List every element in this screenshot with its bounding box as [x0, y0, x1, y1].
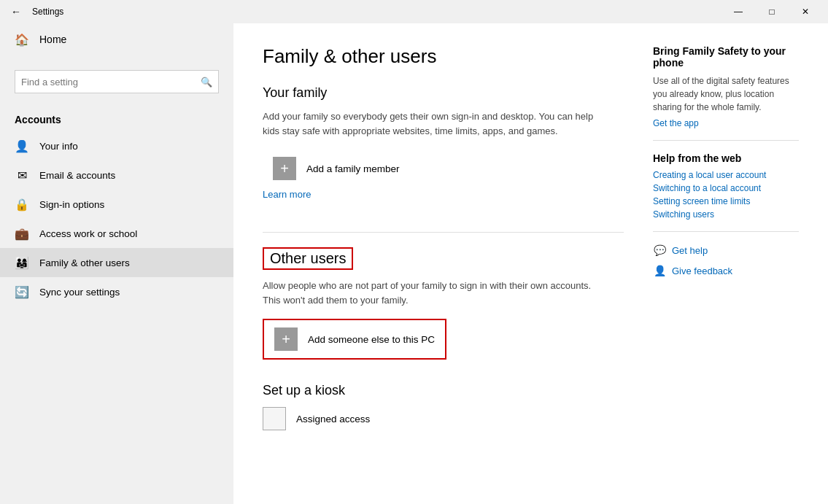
assigned-access-label: Assigned access — [296, 414, 370, 424]
sidebar-item-sync[interactable]: 🔄 Sync your settings — [0, 277, 233, 306]
title-bar: ← Settings — □ ✕ — [0, 0, 828, 23]
add-someone-label: Add someone else to this PC — [308, 334, 435, 345]
assigned-access-toggle[interactable] — [263, 407, 286, 430]
search-icon: 🔍 — [201, 77, 212, 88]
sidebar: 🏠 Home 🔍 Accounts 👤 Your info ✉ Email & … — [0, 23, 233, 504]
sidebar-label-sign-in: Sign-in options — [39, 199, 104, 210]
sidebar-label-your-info: Your info — [39, 141, 78, 152]
your-family-section: Your family Add your family so everybody… — [263, 85, 624, 217]
kiosk-heading: Set up a kiosk — [263, 383, 624, 398]
lock-icon: 🔒 — [15, 197, 29, 212]
section-divider — [263, 232, 624, 233]
sidebar-home-label: Home — [39, 34, 66, 45]
home-icon: 🏠 — [15, 32, 29, 47]
link-screen-time[interactable]: Setting screen time limits — [653, 196, 799, 206]
add-family-label: Add a family member — [306, 163, 400, 174]
app-body: 🏠 Home 🔍 Accounts 👤 Your info ✉ Email & … — [0, 23, 828, 504]
search-input[interactable] — [21, 77, 201, 88]
your-info-icon: 👤 — [15, 139, 29, 153]
content-main: Family & other users Your family Add you… — [263, 45, 624, 482]
learn-more-link[interactable]: Learn more — [263, 189, 311, 200]
get-help-icon: 💬 — [653, 244, 666, 257]
other-users-section: Other users Allow people who are not par… — [263, 247, 624, 360]
sync-icon: 🔄 — [15, 284, 29, 299]
link-switching-users[interactable]: Switching users — [653, 209, 799, 220]
page-title: Family & other users — [263, 45, 624, 68]
sidebar-section-label: Accounts — [0, 111, 233, 131]
sidebar-item-home[interactable]: 🏠 Home — [0, 23, 233, 55]
get-app-link[interactable]: Get the app — [653, 118, 799, 128]
window-controls: — □ ✕ — [721, 0, 822, 23]
sidebar-item-sign-in[interactable]: 🔒 Sign-in options — [0, 190, 233, 219]
assigned-access-row: Assigned access — [263, 407, 624, 430]
give-feedback-link[interactable]: Give feedback — [672, 265, 732, 276]
family-icon: 👨‍👩‍👧 — [15, 255, 29, 270]
add-family-member-button[interactable]: + Add a family member — [263, 150, 410, 187]
bring-family-title: Bring Family Safety to your phone — [653, 45, 799, 69]
sidebar-search-area: 🔍 — [0, 55, 233, 111]
titlebar-title: Settings — [32, 7, 716, 17]
help-from-web-title: Help from the web — [653, 152, 799, 164]
link-switching-local[interactable]: Switching to a local account — [653, 183, 799, 193]
sidebar-item-work-school[interactable]: 💼 Access work or school — [0, 219, 233, 248]
your-family-heading: Your family — [263, 85, 624, 101]
minimize-button[interactable]: — — [721, 0, 755, 23]
main-content: Family & other users Your family Add you… — [233, 23, 828, 504]
sidebar-label-email: Email & accounts — [39, 170, 115, 181]
search-box[interactable]: 🔍 — [15, 70, 219, 93]
link-local-account[interactable]: Creating a local user account — [653, 170, 799, 180]
sidebar-label-sync: Sync your settings — [39, 287, 120, 298]
maximize-button[interactable]: □ — [755, 0, 789, 23]
add-someone-button[interactable]: + Add someone else to this PC — [263, 319, 446, 360]
sidebar-label-family: Family & other users — [39, 257, 130, 268]
other-users-desc: Allow people who are not part of your fa… — [263, 279, 598, 307]
right-divider-1 — [653, 140, 799, 141]
get-help-link[interactable]: Get help — [672, 245, 708, 256]
kiosk-section: Set up a kiosk Assigned access — [263, 383, 624, 430]
back-button[interactable]: ← — [6, 1, 26, 22]
right-panel: Bring Family Safety to your phone Use al… — [653, 45, 799, 482]
sidebar-item-family[interactable]: 👨‍👩‍👧 Family & other users — [0, 248, 233, 277]
bring-family-desc: Use all of the digital safety features y… — [653, 74, 799, 114]
close-button[interactable]: ✕ — [789, 0, 822, 23]
sidebar-label-work-school: Access work or school — [39, 228, 137, 239]
other-users-heading: Other users — [263, 247, 353, 270]
your-family-desc: Add your family so everybody gets their … — [263, 109, 598, 138]
give-feedback-row: 👤 Give feedback — [653, 264, 799, 277]
sidebar-item-your-info[interactable]: 👤 Your info — [0, 131, 233, 160]
right-divider-2 — [653, 231, 799, 232]
email-icon: ✉ — [15, 168, 29, 182]
sidebar-item-email-accounts[interactable]: ✉ Email & accounts — [0, 160, 233, 190]
briefcase-icon: 💼 — [15, 226, 29, 241]
add-someone-plus-icon: + — [274, 327, 298, 351]
give-feedback-icon: 👤 — [653, 264, 666, 277]
add-family-plus-icon: + — [273, 157, 296, 180]
get-help-row: 💬 Get help — [653, 244, 799, 257]
